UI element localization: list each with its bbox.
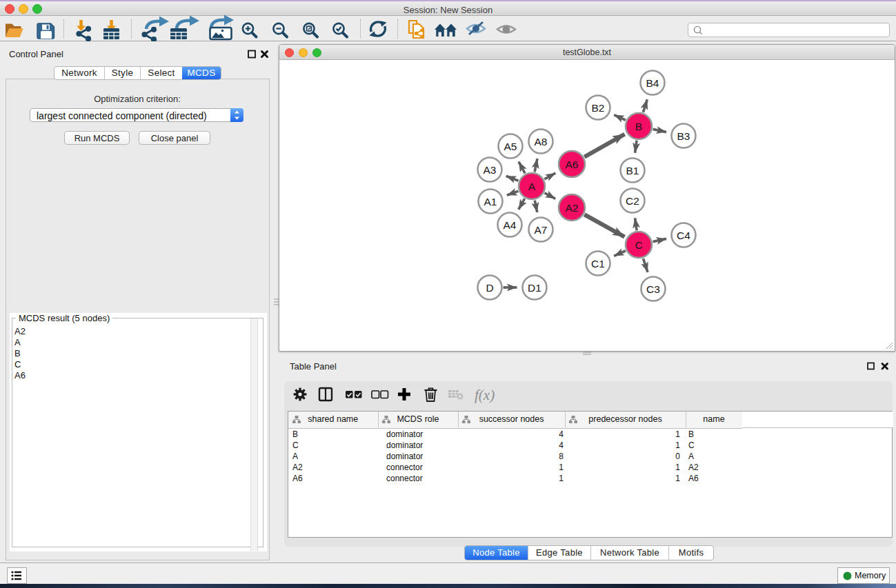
svg-text:A: A bbox=[528, 181, 536, 192]
svg-text:A1: A1 bbox=[484, 196, 497, 207]
svg-text:D1: D1 bbox=[528, 282, 541, 294]
svg-text:A4: A4 bbox=[504, 219, 517, 231]
svg-text:D: D bbox=[486, 282, 493, 294]
svg-text:A7: A7 bbox=[535, 224, 548, 236]
svg-text:A5: A5 bbox=[504, 141, 517, 152]
svg-text:C4: C4 bbox=[677, 230, 690, 241]
svg-text:C2: C2 bbox=[626, 195, 639, 207]
svg-text:A2: A2 bbox=[566, 202, 579, 214]
svg-text:B2: B2 bbox=[592, 102, 605, 114]
svg-text:A6: A6 bbox=[566, 159, 579, 170]
svg-text:B1: B1 bbox=[626, 165, 639, 176]
svg-text:A8: A8 bbox=[535, 136, 548, 148]
svg-text:C1: C1 bbox=[591, 258, 605, 270]
svg-text:C3: C3 bbox=[646, 283, 660, 295]
svg-text:B4: B4 bbox=[646, 77, 659, 89]
svg-text:A3: A3 bbox=[484, 164, 497, 176]
svg-text:B: B bbox=[635, 121, 642, 132]
svg-text:B3: B3 bbox=[677, 130, 690, 142]
svg-text:C: C bbox=[635, 239, 642, 251]
